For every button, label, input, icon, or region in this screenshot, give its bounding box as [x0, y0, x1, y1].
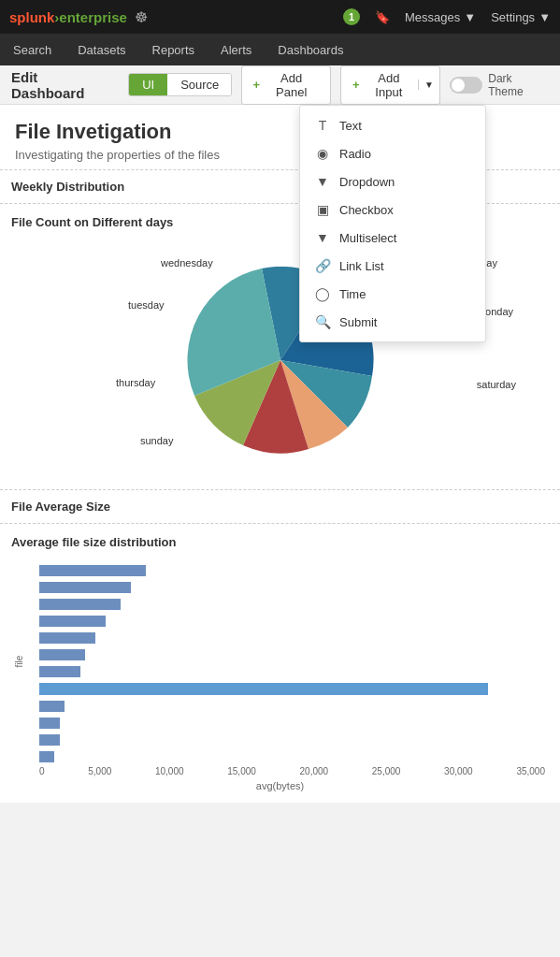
- table-row: [39, 649, 549, 660]
- add-input-dropdown: T Text ◉ Radio ▼ Dropdown ▣ Checkbox ▼ M…: [299, 105, 486, 342]
- nav-dashboards[interactable]: Dashboards: [274, 36, 347, 65]
- x-label-5k: 5,000: [88, 766, 111, 776]
- dropdown-text[interactable]: T Text: [300, 111, 485, 139]
- secondary-nav: Search Datasets Reports Alerts Dashboard…: [0, 34, 560, 65]
- multiselect-icon: ▼: [315, 230, 330, 245]
- table-row: [39, 683, 549, 695]
- pie-label-sunday: sunday: [140, 435, 173, 446]
- pie-label-wednesday: wednesday: [161, 257, 213, 268]
- dropdown-multiselect[interactable]: ▼ Multiselect: [300, 224, 485, 252]
- splunk-logo: splunk›enterprise: [9, 9, 127, 25]
- link-icon: 🔗: [315, 258, 330, 273]
- table-row: [39, 599, 549, 610]
- x-label-15k: 15,000: [227, 766, 256, 776]
- bar-chart-wrapper: file: [39, 558, 549, 764]
- add-input-caret: ▼: [418, 80, 434, 90]
- x-axis-title: avg(bytes): [11, 780, 549, 791]
- table-row: [39, 632, 549, 644]
- pie-label-thursday: thursday: [116, 377, 155, 388]
- add-panel-plus: +: [253, 78, 261, 92]
- checkbox-icon: ▣: [315, 202, 330, 217]
- dark-theme-toggle[interactable]: [450, 77, 482, 94]
- edit-bar: Edit Dashboard UI Source + Add Panel + A…: [0, 65, 560, 105]
- top-bar-icon: ☸: [135, 8, 148, 26]
- table-row: [39, 565, 549, 576]
- nav-datasets[interactable]: Datasets: [74, 36, 129, 65]
- add-input-button[interactable]: + Add Input ▼: [340, 65, 440, 105]
- dropdown-checkbox[interactable]: ▣ Checkbox: [300, 196, 485, 224]
- time-icon: ◯: [315, 286, 330, 301]
- x-label-35k: 35,000: [516, 766, 545, 776]
- table-row: [39, 616, 549, 627]
- bar-chart-title: Average file size distribution: [11, 535, 549, 549]
- table-row: [39, 718, 549, 729]
- dropdown-linklist[interactable]: 🔗 Link List: [300, 252, 485, 280]
- edit-bar-title: Edit Dashboard: [11, 69, 113, 101]
- x-axis: 0 5,000 10,000 15,000 20,000 25,000 30,0…: [39, 766, 549, 776]
- messages-button[interactable]: Messages ▼: [405, 10, 476, 24]
- submit-icon: 🔍: [315, 314, 330, 329]
- nav-alerts[interactable]: Alerts: [217, 36, 255, 65]
- x-label-30k: 30,000: [444, 766, 473, 776]
- nav-reports[interactable]: Reports: [149, 36, 199, 65]
- bar-chart-section: Average file size distribution file: [0, 524, 560, 803]
- file-avg-title: File Average Size: [11, 500, 110, 514]
- bookmark-icon: 🔖: [375, 10, 390, 24]
- text-icon: T: [315, 118, 330, 133]
- tab-source[interactable]: Source: [167, 74, 231, 95]
- x-label-25k: 25,000: [372, 766, 401, 776]
- dark-theme-label: Dark Theme: [488, 72, 549, 98]
- notification-badge[interactable]: 1: [343, 8, 360, 25]
- bar-chart-inner: [39, 558, 549, 764]
- y-axis-label: file: [14, 656, 24, 668]
- dropdown-dropdown[interactable]: ▼ Dropdown: [300, 167, 485, 196]
- table-row: [39, 666, 549, 677]
- dropdown-time[interactable]: ◯ Time: [300, 280, 485, 308]
- add-input-plus: +: [352, 78, 360, 92]
- toggle-knob: [452, 79, 465, 92]
- file-average-size-panel: File Average Size: [0, 490, 560, 524]
- radio-icon: ◉: [315, 146, 330, 161]
- tab-ui[interactable]: UI: [129, 74, 167, 95]
- table-row: [39, 582, 549, 593]
- dropdown-submit[interactable]: 🔍 Submit: [300, 308, 485, 336]
- weekly-distribution-title: Weekly Distribution: [11, 180, 124, 194]
- add-panel-button[interactable]: + Add Panel: [241, 65, 331, 105]
- dark-theme-toggle-wrap: Dark Theme: [450, 72, 549, 98]
- table-row: [39, 701, 549, 712]
- table-row: [39, 734, 549, 746]
- logo-suffix: ›enterprise: [54, 9, 127, 25]
- dropdown-radio[interactable]: ◉ Radio: [300, 139, 485, 167]
- pie-label-tuesday: tuesday: [128, 299, 165, 311]
- table-row: [39, 751, 549, 762]
- settings-button[interactable]: Settings ▼: [491, 10, 551, 24]
- x-label-20k: 20,000: [300, 766, 329, 776]
- nav-search[interactable]: Search: [9, 36, 55, 65]
- top-bar: splunk›enterprise ☸ 1 🔖 Messages ▼ Setti…: [0, 0, 560, 34]
- x-label-10k: 10,000: [155, 766, 184, 776]
- tab-group: UI Source: [128, 73, 231, 96]
- dropdown-icon: ▼: [315, 174, 330, 189]
- pie-label-saturday: saturday: [477, 379, 516, 390]
- x-label-0: 0: [39, 766, 45, 776]
